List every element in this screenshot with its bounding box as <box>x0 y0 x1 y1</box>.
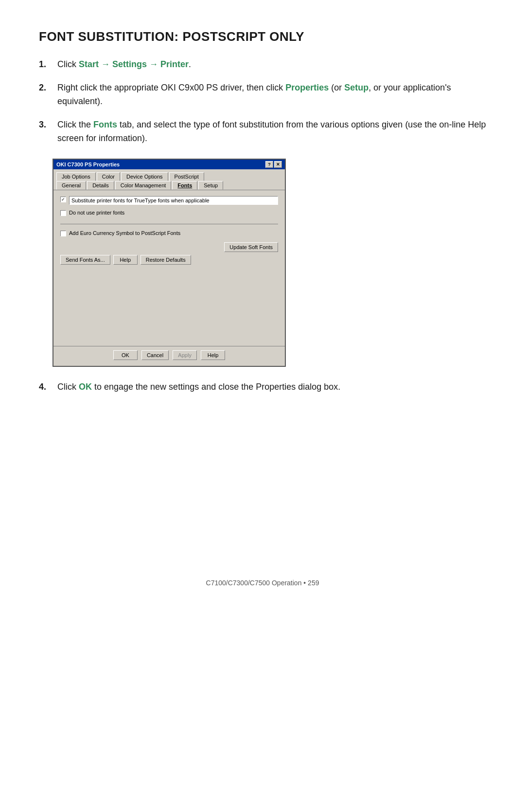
step-3: 3. Click the Fonts tab, and select the t… <box>39 118 486 145</box>
update-soft-fonts-button[interactable]: Update Soft Fonts <box>224 242 278 252</box>
step-1: 1. Click Start → Settings → Printer. <box>39 58 486 72</box>
setup-link[interactable]: Setup <box>344 83 368 92</box>
spacer <box>39 404 486 550</box>
step-4-number: 4. <box>39 380 52 394</box>
settings-link[interactable]: Settings <box>112 59 147 69</box>
step-4-content: Click OK to engage the new settings and … <box>57 380 486 394</box>
close-titlebar-btn[interactable]: ✕ <box>274 161 282 168</box>
checkbox-substitute[interactable] <box>60 197 66 202</box>
fonts-link[interactable]: Fonts <box>93 120 117 129</box>
step-3-text-after: tab, and select the type of font substit… <box>57 120 486 143</box>
step-1-text-before: Click <box>57 59 79 69</box>
step-1-number: 1. <box>39 58 52 72</box>
checkbox-no-printer-fonts[interactable] <box>60 210 66 216</box>
checkbox-3-label: Add Euro Currency Symbol to PostScript F… <box>69 230 180 236</box>
step-3-content: Click the Fonts tab, and select the type… <box>57 118 486 145</box>
tab-color[interactable]: Color <box>97 172 120 181</box>
step-1-content: Click Start → Settings → Printer. <box>57 58 486 72</box>
bottom-buttons-row: Send Fonts As... Help Restore Defaults <box>60 255 278 265</box>
step-2-text-mid: (or <box>329 83 344 92</box>
footer-note: C7100/C7300/C7500 Operation • 259 <box>39 579 486 587</box>
tab-color-management[interactable]: Color Management <box>115 181 172 190</box>
checkbox-row-2: Do not use printer fonts <box>60 210 278 216</box>
update-soft-fonts-row: Update Soft Fonts <box>60 242 278 252</box>
ok-button[interactable]: OK <box>113 350 138 360</box>
properties-link[interactable]: Properties <box>285 83 329 92</box>
arrow-2: → <box>147 59 160 69</box>
step-3-number: 3. <box>39 118 52 145</box>
step-4-text-after: to engage the new settings and close the… <box>92 382 340 392</box>
steps-list: 1. Click Start → Settings → Printer. 2. … <box>39 58 486 145</box>
divider <box>60 224 278 224</box>
tab-device-options[interactable]: Device Options <box>121 172 168 181</box>
dialog-footer: OK Cancel Apply Help <box>53 346 285 366</box>
help-button[interactable]: Help <box>113 255 138 265</box>
tab-job-options[interactable]: Job Options <box>56 172 96 181</box>
checkbox-row-1: Substitute printer fonts for TrueType fo… <box>60 196 278 205</box>
checkbox-2-label: Do not use printer fonts <box>69 210 124 216</box>
checkbox-row-3: Add Euro Currency Symbol to PostScript F… <box>60 230 278 236</box>
start-link[interactable]: Start <box>79 59 99 69</box>
page-heading: FONT SUBSTITUTION: POSTSCRIPT ONLY <box>39 29 486 44</box>
arrow-1: → <box>99 59 112 69</box>
dialog-titlebar: OKI C7300 PS Properties ? ✕ <box>53 160 285 169</box>
printer-link[interactable]: Printer <box>160 59 189 69</box>
dialog-title: OKI C7300 PS Properties <box>56 162 120 167</box>
tab-general[interactable]: General <box>56 181 86 190</box>
dialog-body: Substitute printer fonts for TrueType fo… <box>53 190 285 346</box>
step-3-text-plain: Click the <box>57 120 93 129</box>
windows-dialog: OKI C7300 PS Properties ? ✕ Job Options … <box>52 159 286 367</box>
send-fonts-button[interactable]: Send Fonts As... <box>60 255 110 265</box>
step-4: 4. Click OK to engage the new settings a… <box>39 380 486 394</box>
cancel-button[interactable]: Cancel <box>141 350 169 360</box>
tabs-row-1: Job Options Color Device Options PostScr… <box>53 169 285 181</box>
help-titlebar-btn[interactable]: ? <box>265 161 273 168</box>
tab-details[interactable]: Details <box>87 181 114 190</box>
tab-postscript[interactable]: PostScript <box>169 172 204 181</box>
step-2: 2. Right click the appropriate OKI C9x00… <box>39 81 486 108</box>
tabs-row-2: General Details Color Management Fonts S… <box>53 181 285 190</box>
tab-fonts[interactable]: Fonts <box>172 181 197 190</box>
checkbox-euro-currency[interactable] <box>60 231 66 236</box>
titlebar-controls: ? ✕ <box>265 161 282 168</box>
restore-defaults-button[interactable]: Restore Defaults <box>140 255 191 265</box>
step-4-text-plain: Click <box>57 382 79 392</box>
step-1-period: . <box>189 59 191 69</box>
step-2-content: Right click the appropriate OKI C9x00 PS… <box>57 81 486 108</box>
footer-help-button[interactable]: Help <box>201 350 225 360</box>
step-2-number: 2. <box>39 81 52 108</box>
apply-button[interactable]: Apply <box>173 350 197 360</box>
substitute-label: Substitute printer fonts for TrueType fo… <box>69 196 278 205</box>
tab-setup[interactable]: Setup <box>198 181 223 190</box>
ok-link[interactable]: OK <box>79 382 92 392</box>
step-4-list: 4. Click OK to engage the new settings a… <box>39 380 486 394</box>
step-2-text-plain: Right click the appropriate OKI C9x00 PS… <box>57 83 285 92</box>
